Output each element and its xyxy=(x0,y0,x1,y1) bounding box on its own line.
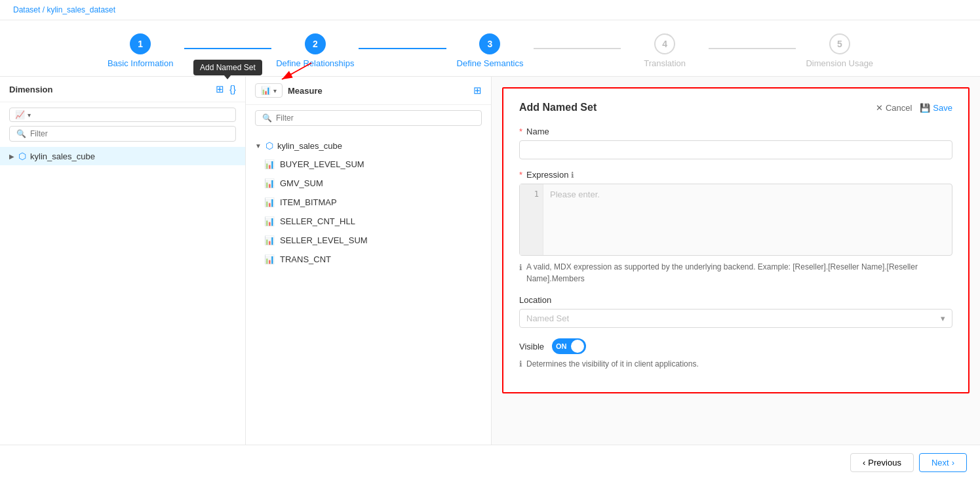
wizard-step-4[interactable]: 4 Translation xyxy=(621,33,708,76)
dimension-search-icon: 🔍 xyxy=(16,129,26,138)
toggle-knob xyxy=(571,340,584,353)
measure-group-kylin: ▼ ⬡ kylin_sales_cube 📊 BUYER_LEVEL_SUM 📊… xyxy=(246,131,491,274)
connector-4-5 xyxy=(709,48,796,49)
cancel-button[interactable]: ✕ Cancel xyxy=(876,103,912,113)
measure-table-icon[interactable]: ⊞ xyxy=(473,85,482,96)
main-content: Dimension ⊞ {} 📈 ▾ 🔍 ▶ ⬡ kylin_sales_cub… xyxy=(0,77,980,471)
measure-item-2[interactable]: 📊 ITEM_BITMAP xyxy=(246,193,491,212)
location-select[interactable]: Named Set ▾ xyxy=(519,309,952,328)
expression-required: * xyxy=(519,170,522,180)
name-field: * Name xyxy=(519,127,952,159)
bar-chart-icon-3: 📊 xyxy=(264,216,275,226)
connector-1-2 xyxy=(184,48,271,49)
measure-item-4[interactable]: 📊 SELLER_LEVEL_SUM xyxy=(246,231,491,250)
expression-label: * Expression ℹ xyxy=(519,170,952,180)
measure-chevron-down-icon: ▾ xyxy=(273,87,277,94)
dimension-tree-item-kylin[interactable]: ▶ ⬡ kylin_sales_cube xyxy=(0,147,245,165)
measure-item-0[interactable]: 📊 BUYER_LEVEL_SUM xyxy=(246,155,491,174)
bar-chart-icon-1: 📊 xyxy=(264,178,275,188)
wizard-step-5[interactable]: 5 Dimension Usage xyxy=(796,33,883,76)
connector-3-4 xyxy=(534,48,621,49)
add-dimension-icon[interactable]: ⊞ xyxy=(216,83,224,95)
measure-item-3[interactable]: 📊 SELLER_CNT_HLL xyxy=(246,212,491,231)
dimension-chart-icon: 📈 xyxy=(15,110,25,119)
cube-icon: ⬡ xyxy=(18,151,26,161)
bar-chart-icon-0: 📊 xyxy=(264,159,275,169)
measure-expand-icon: ▼ xyxy=(255,142,262,150)
step-label-1: Basic Information xyxy=(108,58,173,76)
dimension-filter-input-wrapper: 🔍 xyxy=(9,126,236,142)
named-set-title: Add Named Set xyxy=(519,102,597,113)
wizard-step-3[interactable]: 3 Define Semantics xyxy=(446,33,534,76)
wizard-step-1[interactable]: 1 Basic Information xyxy=(97,33,184,76)
step-circle-5: 5 xyxy=(829,33,850,54)
measure-item-label-4: SELLER_LEVEL_SUM xyxy=(280,235,368,245)
step-label-3: Define Semantics xyxy=(457,58,524,76)
expression-line-numbers: 1 xyxy=(520,184,543,255)
location-placeholder: Named Set xyxy=(526,313,569,323)
dimension-panel-title: Dimension xyxy=(9,85,52,94)
measure-search-icon: 🔍 xyxy=(262,113,272,123)
expression-editor[interactable]: 1 Please enter. xyxy=(519,184,952,256)
expression-hint: ℹ A valid, MDX expression as supported b… xyxy=(519,261,952,285)
toggle-on-label: ON xyxy=(556,342,567,350)
step-label-4: Translation xyxy=(644,58,686,76)
add-named-set-tooltip: Add Named Set xyxy=(193,60,262,75)
step-circle-4: 4 xyxy=(654,33,675,54)
visible-label: Visible xyxy=(519,342,544,351)
wizard-bar: Add Named Set 1 Basic Information 2 De xyxy=(0,20,980,77)
bar-chart-icon-4: 📊 xyxy=(264,235,275,245)
breadcrumb-root[interactable]: Dataset xyxy=(13,5,40,14)
previous-chevron-icon: ‹ xyxy=(863,458,865,468)
measure-group-header[interactable]: ▼ ⬡ kylin_sales_cube xyxy=(246,136,491,155)
right-panel: Add Named Set ✕ Cancel 💾 Save * Name xyxy=(492,77,980,471)
dimension-cube-label: kylin_sales_cube xyxy=(30,151,95,161)
measure-filter-row: 🔍 xyxy=(246,105,491,131)
toggle-switch[interactable]: ON xyxy=(552,338,586,354)
named-set-icon[interactable]: {} xyxy=(229,83,236,95)
hint-info-icon: ℹ xyxy=(519,262,522,273)
dimension-type-dropdown[interactable]: 📈 ▾ xyxy=(9,108,236,122)
measure-filter-input-wrapper: 🔍 xyxy=(255,110,482,126)
measure-item-label-5: TRANS_CNT xyxy=(280,254,331,264)
measure-panel: 📊 ▾ Measure ⊞ 🔍 ▼ ⬡ kylin_sales_cube xyxy=(246,77,492,471)
expression-placeholder: Please enter. xyxy=(543,184,952,255)
named-set-header: Add Named Set ✕ Cancel 💾 Save xyxy=(519,102,952,113)
expression-field: * Expression ℹ 1 Please enter. ℹ A valid… xyxy=(519,170,952,285)
dimension-filter-input[interactable] xyxy=(30,129,229,138)
breadcrumb: Dataset / kylin_sales_dataset xyxy=(0,0,980,20)
measure-item-label-1: GMV_SUM xyxy=(280,178,323,188)
visible-row: Visible ON xyxy=(519,338,952,354)
dimension-panel: Dimension ⊞ {} 📈 ▾ 🔍 ▶ ⬡ kylin_sales_cub… xyxy=(0,77,246,471)
visible-hint: ℹ Determines the visibility of it in cli… xyxy=(519,359,952,369)
previous-button[interactable]: ‹ Previous xyxy=(850,453,914,471)
measure-filter-input[interactable] xyxy=(276,113,475,123)
breadcrumb-separator: / xyxy=(43,5,45,14)
bar-chart-icon-2: 📊 xyxy=(264,197,275,207)
connector-2-3 xyxy=(359,48,446,49)
measure-item-label-3: SELLER_CNT_HLL xyxy=(280,216,355,226)
visible-field: Visible ON ℹ Determines the visibility o… xyxy=(519,338,952,369)
save-button[interactable]: 💾 Save xyxy=(920,103,952,113)
step-label-5: Dimension Usage xyxy=(806,58,873,76)
measure-items-list: ▼ ⬡ kylin_sales_cube 📊 BUYER_LEVEL_SUM 📊… xyxy=(246,131,491,274)
named-set-form: Add Named Set ✕ Cancel 💾 Save * Name xyxy=(502,87,970,393)
bottom-bar: ‹ Previous Next › xyxy=(0,445,980,471)
named-set-actions: ✕ Cancel 💾 Save xyxy=(876,103,952,113)
visible-toggle[interactable]: ON xyxy=(552,338,586,354)
chevron-down-icon: ▾ xyxy=(28,111,31,119)
measure-item-label-2: ITEM_BITMAP xyxy=(280,197,337,207)
visible-hint-icon: ℹ xyxy=(519,359,522,369)
close-icon: ✕ xyxy=(876,103,883,113)
dimension-panel-icons: ⊞ {} xyxy=(216,83,236,95)
measure-item-5[interactable]: 📊 TRANS_CNT xyxy=(246,250,491,269)
location-field: Location Named Set ▾ xyxy=(519,295,952,328)
measure-item-label-0: BUYER_LEVEL_SUM xyxy=(280,159,364,169)
name-input[interactable] xyxy=(519,140,952,159)
expand-arrow-icon: ▶ xyxy=(9,153,14,160)
step-circle-2: 2 xyxy=(305,33,326,54)
measure-item-1[interactable]: 📊 GMV_SUM xyxy=(246,174,491,193)
measure-bar-icon: 📊 xyxy=(261,86,271,95)
next-button[interactable]: Next › xyxy=(919,453,967,471)
step-circle-3: 3 xyxy=(479,33,500,54)
